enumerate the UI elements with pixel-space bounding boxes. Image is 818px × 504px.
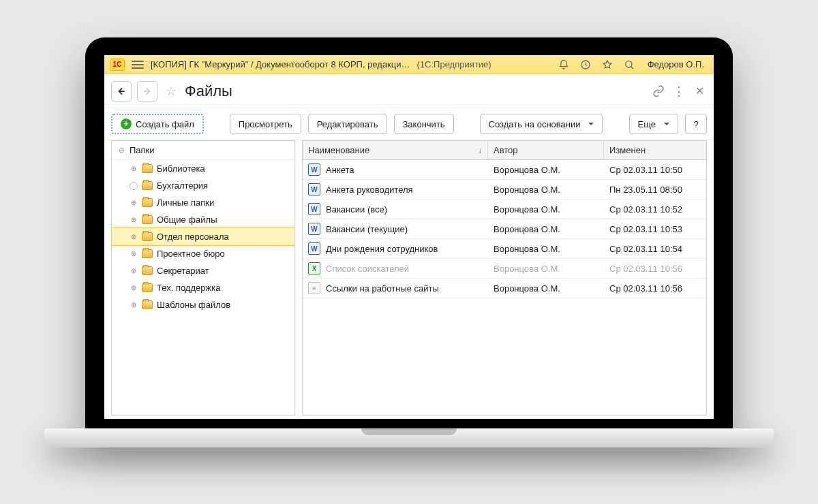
file-name: Ссылки на работные сайты — [326, 283, 439, 294]
help-button[interactable]: ? — [685, 114, 707, 134]
favorite-toggle-icon[interactable]: ☆ — [166, 84, 177, 99]
file-author: Воронцова О.М. — [488, 181, 604, 198]
toolbar: + Создать файл Просмотреть Редактировать… — [104, 108, 714, 140]
list-header: Наименование ↓ Автор Изменен — [303, 141, 706, 160]
page-title: Файлы — [185, 82, 232, 100]
file-author: Воронцова О.М. — [488, 240, 604, 257]
excel-file-icon: X — [308, 262, 320, 274]
plus-icon: + — [121, 119, 132, 129]
file-list: Наименование ↓ Автор Изменен WАнкетаВоро… — [302, 140, 707, 415]
file-name: Дни рождения сотрудников — [326, 244, 438, 254]
main-menu-button[interactable] — [132, 61, 144, 69]
page-header: ☆ Файлы ⋮ ✕ — [104, 74, 714, 108]
list-body[interactable]: WАнкетаВоронцова О.М.Ср 02.03.11 10:50WА… — [303, 160, 706, 415]
window-title: [КОПИЯ] ГК "Меркурий" / Документооборот … — [151, 59, 410, 69]
folder-icon — [142, 249, 153, 258]
workspace: ⊖ Папки ⊕БиблиотекаБухгалтерия⊕Личные па… — [104, 140, 714, 419]
file-name: Анкета руководителя — [326, 185, 413, 195]
expand-icon[interactable]: ⊕ — [130, 250, 138, 258]
folder-icon — [142, 283, 153, 292]
more-button[interactable]: Еще — [629, 114, 678, 134]
titlebar: 1C [КОПИЯ] ГК "Меркурий" / Документообор… — [104, 55, 714, 74]
search-icon[interactable] — [622, 57, 637, 72]
tree-item-label: Библиотека — [157, 163, 205, 174]
table-row[interactable]: XСписок соискателейВоронцова О.М.Ср 02.0… — [303, 259, 706, 279]
file-author: Воронцова О.М. — [488, 201, 604, 218]
tree-item[interactable]: ⊕Личные папки — [112, 194, 294, 211]
file-modified: Ср 02.03.11 10:56 — [604, 280, 706, 297]
file-name: Вакансии (текущие) — [326, 224, 408, 234]
expand-icon[interactable]: ⊕ — [130, 233, 138, 241]
laptop-bezel: 1C [КОПИЯ] ГК "Меркурий" / Документообор… — [85, 37, 733, 432]
folder-icon — [142, 232, 153, 241]
tree-item[interactable]: ⊕Проектное бюро — [112, 245, 294, 262]
word-file-icon: W — [308, 203, 320, 215]
table-row[interactable]: WДни рождения сотрудниковВоронцова О.М.С… — [303, 239, 706, 259]
star-icon[interactable] — [600, 57, 615, 72]
file-modified: Ср 02.03.11 10:50 — [604, 161, 706, 178]
file-author: Воронцова О.М. — [488, 161, 604, 178]
sort-indicator-icon: ↓ — [478, 146, 482, 155]
tree-item[interactable]: Бухгалтерия — [112, 177, 294, 194]
tree-item-label: Проектное бюро — [157, 249, 225, 259]
folder-icon — [142, 215, 153, 224]
tree-item[interactable]: ⊕Тех. поддержка — [112, 279, 294, 296]
expand-icon[interactable]: ⊕ — [130, 199, 138, 207]
txt-file-icon: ≡ — [308, 282, 320, 294]
folder-tree[interactable]: ⊖ Папки ⊕БиблиотекаБухгалтерия⊕Личные па… — [111, 140, 295, 415]
expand-icon[interactable]: ⊕ — [130, 216, 138, 224]
create-based-on-button[interactable]: Создать на основании — [480, 114, 603, 134]
tree-item[interactable]: ⊕Отдел персонала — [112, 228, 294, 245]
table-row[interactable]: WАнкета руководителяВоронцова О.М.Пн 23.… — [303, 180, 706, 200]
folder-icon — [142, 266, 153, 275]
tree-item[interactable]: ⊕Секретариат — [112, 262, 294, 279]
file-modified: Ср 02.03.11 10:52 — [604, 201, 706, 218]
expand-icon[interactable]: ⊕ — [130, 301, 138, 309]
column-header-name[interactable]: Наименование ↓ — [303, 141, 488, 159]
create-file-button[interactable]: + Создать файл — [111, 114, 204, 134]
collapse-icon[interactable]: ⊖ — [117, 146, 125, 155]
expand-icon[interactable]: ⊕ — [130, 267, 138, 275]
close-icon[interactable]: ✕ — [692, 84, 707, 99]
view-button[interactable]: Просмотреть — [230, 114, 301, 134]
folder-icon — [142, 198, 153, 207]
tree-item-label: Отдел персонала — [157, 232, 229, 242]
folder-icon — [142, 164, 153, 173]
current-user[interactable]: Федоров О.П. — [643, 59, 708, 69]
word-file-icon: W — [308, 163, 320, 176]
edit-button[interactable]: Редактировать — [308, 114, 387, 134]
tree-item-label: Бухгалтерия — [157, 180, 208, 191]
column-header-author[interactable]: Автор — [488, 141, 604, 159]
word-file-icon: W — [308, 223, 320, 235]
nav-back-button[interactable] — [111, 81, 132, 101]
link-icon[interactable] — [651, 84, 666, 99]
tree-item-label: Секретариат — [157, 266, 209, 276]
tree-item[interactable]: ⊕Общие файлы — [112, 211, 294, 228]
tree-item[interactable]: ⊕Библиотека — [112, 160, 294, 177]
platform-label: (1С:Предприятие) — [417, 59, 491, 69]
table-row[interactable]: ≡Ссылки на работные сайтыВоронцова О.М.С… — [303, 279, 706, 298]
folder-icon — [142, 181, 153, 190]
tree-root[interactable]: ⊖ Папки — [112, 141, 294, 160]
tree-item[interactable]: ⊕Шаблоны файлов — [112, 296, 294, 313]
file-modified: Ср 02.03.11 10:56 — [604, 260, 706, 277]
table-row[interactable]: WВакансии (все)Воронцова О.М.Ср 02.03.11… — [303, 200, 706, 219]
word-file-icon: W — [308, 183, 320, 195]
history-icon[interactable] — [578, 57, 593, 72]
finish-button[interactable]: Закончить — [394, 114, 454, 134]
expand-icon[interactable]: ⊕ — [130, 284, 138, 292]
expand-icon[interactable]: ⊕ — [130, 165, 138, 173]
nav-forward-button[interactable] — [137, 81, 157, 101]
table-row[interactable]: WВакансии (текущие)Воронцова О.М.Ср 02.0… — [303, 219, 706, 239]
app-window: 1C [КОПИЯ] ГК "Меркурий" / Документообор… — [104, 55, 714, 419]
word-file-icon: W — [308, 242, 320, 255]
tree-item-label: Общие файлы — [157, 215, 217, 225]
column-header-date[interactable]: Изменен — [604, 141, 706, 159]
file-name: Анкета — [326, 165, 354, 175]
table-row[interactable]: WАнкетаВоронцова О.М.Ср 02.03.11 10:50 — [303, 160, 706, 180]
file-modified: Ср 02.03.11 10:54 — [604, 240, 706, 257]
folder-icon — [142, 300, 153, 309]
kebab-menu-icon[interactable]: ⋮ — [671, 84, 686, 99]
file-author: Воронцова О.М. — [488, 260, 604, 277]
bell-icon[interactable] — [556, 57, 571, 72]
